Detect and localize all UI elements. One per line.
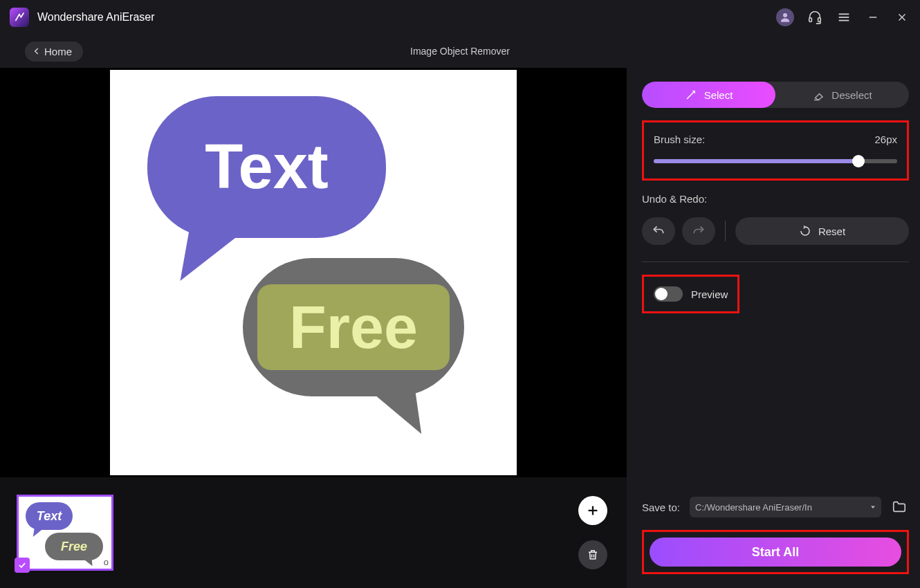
save-path-text: C:/Wondershare AniEraser/In: [695, 502, 812, 513]
start-all-button[interactable]: Start All: [650, 538, 901, 567]
thumb-filename-tail: o: [104, 557, 109, 567]
home-label: Home: [44, 46, 72, 57]
browse-folder-button[interactable]: [891, 499, 909, 515]
select-tab[interactable]: Select: [642, 82, 775, 108]
image-thumbnail[interactable]: Text Free o: [17, 495, 113, 571]
deselect-tab[interactable]: Deselect: [775, 82, 909, 108]
bubble-text-1: Text: [205, 131, 328, 203]
start-all-label: Start All: [752, 545, 799, 560]
redo-button[interactable]: [682, 217, 715, 245]
app-logo: [10, 8, 29, 27]
start-all-highlight: Start All: [642, 530, 909, 574]
thumb-bubble-2: Free: [45, 533, 103, 560]
minimize-icon[interactable]: [865, 9, 881, 26]
svg-rect-2: [818, 18, 821, 21]
undo-button[interactable]: [642, 217, 675, 245]
brush-size-highlight: Brush size: 26px: [642, 120, 909, 181]
delete-image-button[interactable]: [578, 540, 607, 569]
nav-bar: Home Image Object Remover: [0, 35, 920, 68]
canvas-image: Text Free: [110, 70, 517, 475]
select-label: Select: [704, 89, 733, 101]
app-title: Wondershare AniEraser: [37, 11, 155, 24]
reset-button[interactable]: Reset: [735, 217, 909, 245]
user-avatar[interactable]: [776, 8, 794, 26]
brush-size-slider[interactable]: [654, 159, 897, 163]
preview-label: Preview: [691, 288, 728, 300]
page-title: Image Object Remover: [410, 46, 510, 57]
add-image-button[interactable]: [578, 496, 607, 525]
checkmark-badge: [15, 558, 30, 573]
menu-icon[interactable]: [836, 9, 852, 26]
svg-rect-1: [809, 18, 812, 21]
preview-highlight: Preview: [642, 275, 739, 313]
reset-label: Reset: [818, 226, 845, 237]
close-icon[interactable]: [894, 9, 910, 26]
brush-size-label: Brush size:: [654, 134, 705, 145]
preview-toggle[interactable]: [654, 286, 683, 302]
brush-size-value: 26px: [874, 134, 897, 145]
canvas-area[interactable]: Text Free: [0, 68, 627, 477]
thumb-bubble-1: Text: [26, 502, 73, 530]
save-path-dropdown[interactable]: C:/Wondershare AniEraser/In: [690, 497, 881, 517]
thumbnail-strip: Text Free o: [0, 477, 627, 588]
chevron-down-icon: [869, 503, 877, 511]
right-panel: Select Deselect Brush size: 26px Undo & …: [627, 68, 920, 477]
undo-redo-label: Undo & Redo:: [642, 193, 909, 205]
headset-icon[interactable]: [807, 9, 823, 26]
home-button[interactable]: Home: [25, 42, 83, 62]
save-to-label: Save to:: [642, 502, 680, 513]
bubble-text-2: Free: [289, 292, 418, 362]
deselect-label: Deselect: [831, 89, 872, 101]
mode-segmented: Select Deselect: [642, 82, 909, 108]
slider-thumb[interactable]: [852, 155, 865, 167]
svg-marker-13: [871, 506, 875, 509]
title-bar: Wondershare AniEraser: [0, 0, 920, 35]
bottom-right-panel: Save to: C:/Wondershare AniEraser/In Sta…: [627, 477, 920, 588]
svg-point-0: [783, 13, 787, 17]
